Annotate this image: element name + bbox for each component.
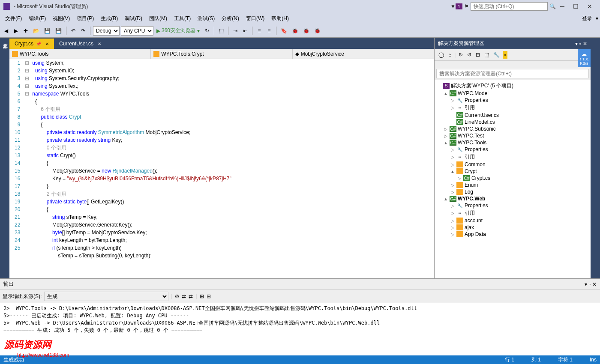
nav-member[interactable]: ◆MobjCryptoService <box>293 49 434 59</box>
platform-select[interactable]: Any CPU <box>121 26 153 36</box>
menu-item[interactable]: 编辑(E) <box>25 13 49 24</box>
code-editor[interactable]: 1234567891011121314151617181920212223242… <box>9 59 434 278</box>
clear-icon[interactable]: ⊘ <box>175 293 179 299</box>
comment-icon[interactable]: ≡ <box>255 27 264 35</box>
quick-launch-input[interactable] <box>471 2 548 11</box>
uncomment-icon[interactable]: ≡ <box>265 27 273 35</box>
close-panel-icon[interactable]: ✕ <box>583 41 587 47</box>
menu-item[interactable]: 项目(P) <box>73 13 97 24</box>
menu-item[interactable]: 视图(V) <box>49 13 73 24</box>
properties-icon[interactable]: 🔧 <box>492 51 501 59</box>
forward-icon[interactable]: ▶ <box>12 27 20 35</box>
funnel-icon[interactable]: ▼ <box>450 3 456 9</box>
tree-node[interactable]: ▷C#WYPC.Test <box>435 132 591 139</box>
tree-node[interactable]: ▲Crypt <box>435 168 591 175</box>
tree-node[interactable]: ▷▪▪引用 <box>435 209 591 217</box>
maximize-button[interactable]: ☐ <box>569 1 583 12</box>
collapse-icon[interactable]: ⊟ <box>474 51 481 59</box>
pin-icon[interactable]: ▫ <box>579 41 581 47</box>
outdent-icon[interactable]: ⇤ <box>241 27 249 35</box>
indent-icon[interactable]: ⇥ <box>231 27 240 35</box>
tree-node[interactable]: ▷ajax <box>435 224 591 231</box>
status-col: 列 1 <box>531 356 541 364</box>
menu-item[interactable]: 分析(N) <box>218 13 243 24</box>
solution-search-input[interactable] <box>436 69 589 78</box>
bookmark-icon[interactable]: 🔖 <box>279 27 289 35</box>
start-button[interactable]: ▶ 360安全浏览器 ▾ <box>155 26 201 36</box>
back-icon[interactable]: ◀ <box>2 27 10 35</box>
tree-node[interactable]: ▷account <box>435 217 591 224</box>
menu-item[interactable]: 工具(T) <box>171 13 194 24</box>
back-icon[interactable]: ◯ <box>437 51 445 59</box>
nav-class[interactable]: WYPC.Tools.Crypt <box>151 49 292 59</box>
login-link[interactable]: 登录 <box>579 13 596 24</box>
save-icon[interactable]: 💾 <box>42 27 52 35</box>
tree-node[interactable]: ▷▪▪引用 <box>435 153 591 161</box>
toggle2-icon[interactable]: ⇄ <box>189 293 193 299</box>
tree-node[interactable]: ▷🔧Properties <box>435 146 591 153</box>
tree-node[interactable]: ▲C#WYPC.Tools <box>435 139 591 146</box>
close-tab-icon[interactable]: ✕ <box>98 42 101 46</box>
browser-refresh-icon[interactable]: ↻ <box>203 27 211 35</box>
nav-namespace[interactable]: WYPC.Tools <box>9 49 151 59</box>
tree-node[interactable]: ▷C#Crypt.cs <box>435 175 591 182</box>
menu-item[interactable]: 窗口(W) <box>243 13 268 24</box>
bug3-icon[interactable]: 🐞 <box>312 27 322 35</box>
tree-node[interactable]: ▷🔧Properties <box>435 202 591 209</box>
cloud-sync-badge[interactable]: ☁↑ 131 KB/s <box>578 49 591 67</box>
menu-item[interactable]: 调试(D) <box>121 13 146 24</box>
minimize-button[interactable]: ─ <box>556 1 569 12</box>
pin-icon[interactable]: 📌 <box>36 42 41 46</box>
toolbox-strip[interactable]: 工具箱 <box>0 38 9 278</box>
undo-icon[interactable]: ↶ <box>69 27 78 35</box>
document-tab[interactable]: Crypt.cs📌✕ <box>9 39 54 49</box>
flag-icon[interactable]: ⚑ <box>464 3 469 9</box>
close-button[interactable]: ✕ <box>583 1 597 12</box>
tree-node[interactable]: C#CurrentUser.cs <box>435 112 591 119</box>
open-icon[interactable]: 📂 <box>31 27 41 35</box>
dropdown-icon[interactable]: ▾ <box>585 281 587 287</box>
toggle-icon[interactable]: ⇄ <box>182 293 186 299</box>
bug2-icon[interactable]: 🐞 <box>301 27 311 35</box>
show-all-icon[interactable]: ⬚ <box>483 51 490 59</box>
wrap-icon[interactable]: ⊞ <box>200 293 204 299</box>
document-tab[interactable]: CurrentUser.cs✕ <box>54 39 106 49</box>
menu-item[interactable]: 团队(M) <box>146 13 171 24</box>
menu-item[interactable]: 生成(B) <box>97 13 121 24</box>
preview-icon[interactable]: ▫ <box>503 51 507 59</box>
tree-node[interactable]: ▲C#WYPC.Model <box>435 90 591 97</box>
output-body[interactable]: 2> WYPC.Tools -> D:\Users\Administrator\… <box>0 303 600 355</box>
save-all-icon[interactable]: 💾 <box>54 27 63 35</box>
new-project-icon[interactable]: ✚ <box>21 27 30 35</box>
tree-node[interactable]: C#LineModel.cs <box>435 119 591 125</box>
tree-node[interactable]: ▷🔧Properties <box>435 97 591 104</box>
redo-icon[interactable]: ↷ <box>79 27 87 35</box>
tree-node[interactable]: ▷▪▪引用 <box>435 104 591 112</box>
notification-badge[interactable]: 1 <box>456 3 462 9</box>
goto-icon[interactable]: ⊟ <box>207 293 211 299</box>
tree-node[interactable]: ▷Common <box>435 161 591 168</box>
dropdown-icon[interactable]: ▾ <box>575 41 578 47</box>
pin-icon[interactable]: ▫ <box>589 281 591 287</box>
tree-node[interactable]: ▲C#WYPC.Web <box>435 195 591 202</box>
user-icon[interactable]: ▾ <box>596 15 598 21</box>
solution-root[interactable]: S解决方案'WYPC' (5 个项目) <box>435 82 591 90</box>
right-strip[interactable] <box>591 38 600 278</box>
menu-item[interactable]: 文件(F) <box>2 13 25 24</box>
sync-icon[interactable]: ↻ <box>457 51 464 59</box>
tree-node[interactable]: ▷C#WYPC.Subsonic <box>435 125 591 132</box>
close-panel-icon[interactable]: ✕ <box>592 281 597 287</box>
output-source-select[interactable]: 生成 <box>44 292 168 301</box>
tree-node[interactable]: ▷Log <box>435 188 591 195</box>
tree-node[interactable]: ▷Enum <box>435 182 591 188</box>
tool-icon[interactable]: ⬚ <box>217 27 225 35</box>
search-icon[interactable]: 🔍 <box>549 3 556 9</box>
home-icon[interactable]: ⌂ <box>447 51 453 59</box>
refresh-icon[interactable]: ↺ <box>466 51 473 59</box>
bug-icon[interactable]: 🐞 <box>290 27 300 35</box>
tree-node[interactable]: ▷App Data <box>435 231 591 238</box>
menu-item[interactable]: 帮助(H) <box>268 13 292 24</box>
menu-item[interactable]: 测试(S) <box>194 13 218 24</box>
config-select[interactable]: Debug <box>93 26 120 36</box>
close-tab-icon[interactable]: ✕ <box>45 42 49 46</box>
